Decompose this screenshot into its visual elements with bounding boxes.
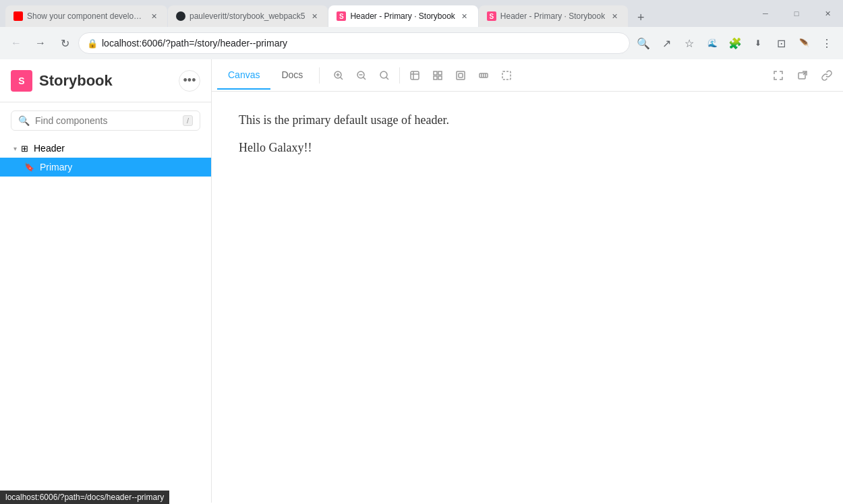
- sidebar: S Storybook ••• 🔍 / ▾ ⊞ Header 🔖 Primary: [0, 59, 212, 503]
- tab-docs[interactable]: Docs: [270, 61, 314, 90]
- toolbar-divider: [319, 67, 320, 84]
- tab-close-4[interactable]: ✕: [609, 11, 620, 22]
- maximize-button[interactable]: □: [781, 4, 812, 23]
- bookmark-icon: 🔖: [24, 162, 34, 172]
- close-button[interactable]: ✕: [812, 4, 843, 23]
- canvas-tabs: Canvas Docs: [217, 61, 314, 90]
- search-icon: 🔍: [18, 115, 30, 126]
- sidebar-nav: ▾ ⊞ Header 🔖 Primary: [0, 139, 211, 503]
- outline-icon[interactable]: [450, 65, 471, 86]
- tab-canvas[interactable]: Canvas: [217, 61, 270, 90]
- tab-title-3: Header - Primary · Storybook: [350, 11, 455, 21]
- tab-bar: Show your component developm... ✕ paulev…: [5, 5, 650, 27]
- forward-button[interactable]: →: [30, 32, 51, 54]
- tab-close-2[interactable]: ✕: [309, 11, 320, 22]
- svg-line-5: [364, 77, 366, 80]
- fullscreen-icon[interactable]: [767, 65, 789, 86]
- browser-tab-4[interactable]: S Header - Primary · Storybook ✕: [479, 5, 628, 27]
- sidebar-item-primary-label: Primary: [40, 162, 72, 172]
- open-canvas-icon[interactable]: [792, 65, 813, 86]
- status-bar: localhost:6006/?path=/docs/header--prima…: [0, 491, 169, 504]
- sidebar-toggle[interactable]: ⊡: [770, 32, 792, 54]
- more-options-button[interactable]: •••: [179, 70, 200, 92]
- extensions-button[interactable]: 🧩: [724, 32, 746, 54]
- share-button[interactable]: ↗: [656, 32, 677, 54]
- tab-favicon-2: [176, 11, 185, 21]
- sidebar-header: S Storybook •••: [0, 59, 211, 102]
- status-url: localhost:6006/?path=/docs/header--prima…: [5, 493, 164, 502]
- search-shortcut: /: [183, 115, 193, 126]
- canvas-line-2: Hello Galaxy!!: [239, 141, 816, 155]
- sidebar-item-header[interactable]: ▾ ⊞ Header: [0, 139, 211, 158]
- svg-rect-11: [438, 71, 442, 75]
- reload-button[interactable]: ↻: [54, 32, 76, 54]
- sidebar-logo: S Storybook: [11, 70, 113, 92]
- svg-rect-9: [411, 71, 419, 80]
- storybook-logo-icon: S: [11, 70, 32, 92]
- zoom-reset-icon[interactable]: [374, 65, 395, 86]
- zoom-in-icon[interactable]: [328, 65, 349, 86]
- browser-tab-3[interactable]: S Header - Primary · Storybook ✕: [328, 5, 477, 27]
- search-bar[interactable]: 🔍 /: [11, 111, 200, 131]
- background-icon[interactable]: [404, 65, 426, 86]
- zoom-out-icon[interactable]: [351, 65, 372, 86]
- sidebar-item-header-label: Header: [34, 143, 65, 154]
- search-page-button[interactable]: 🔍: [633, 32, 654, 54]
- profile-button[interactable]: 🌊: [701, 32, 723, 54]
- nav-bar: ← → ↻ 🔒 localhost:6006/?path=/story/head…: [0, 27, 843, 59]
- toolbar-icons: [328, 65, 517, 86]
- browser-tab-1[interactable]: Show your component developm... ✕: [5, 5, 167, 27]
- browser-tab-2[interactable]: pauleveritt/storybook_webpack5 ✕: [168, 5, 328, 27]
- tab-title-1: Show your component developm...: [27, 11, 144, 21]
- tab-title-4: Header - Primary · Storybook: [500, 11, 605, 21]
- tab-close-3[interactable]: ✕: [459, 11, 470, 22]
- search-input[interactable]: [35, 115, 177, 126]
- browser-chrome: ─ □ ✕ Show your component developm... ✕ …: [0, 0, 843, 59]
- storybook-logo-text: Storybook: [39, 72, 113, 90]
- canvas-line-1: This is the primary default usage of hea…: [239, 113, 816, 127]
- lock-icon: 🔒: [87, 38, 98, 49]
- svg-line-1: [341, 77, 343, 80]
- downloads-button[interactable]: ⬇: [747, 32, 769, 54]
- main-layout: S Storybook ••• 🔍 / ▾ ⊞ Header 🔖 Primary: [0, 59, 843, 503]
- tab-close-1[interactable]: ✕: [148, 11, 159, 22]
- tab-favicon-1: [13, 11, 23, 21]
- new-tab-button[interactable]: +: [631, 8, 650, 27]
- select-icon[interactable]: [496, 65, 517, 86]
- canvas-content: This is the primary default usage of hea…: [212, 92, 843, 503]
- tab-favicon-4: S: [487, 11, 496, 21]
- toolbar-right-icons: [767, 65, 838, 86]
- nav-right-buttons: 🔍 ↗ ☆ 🌊 🧩 ⬇ ⊡ 🪶 ⋮: [633, 32, 838, 54]
- copy-link-icon[interactable]: [816, 65, 838, 86]
- tab-favicon-3: S: [337, 11, 346, 21]
- canvas-area: Canvas Docs: [212, 59, 843, 503]
- url-text: localhost:6006/?path=/story/header--prim…: [102, 38, 621, 49]
- back-button[interactable]: ←: [5, 32, 27, 54]
- svg-rect-14: [457, 71, 465, 80]
- tab-title-2: pauleveritt/storybook_webpack5: [190, 11, 305, 21]
- chevron-icon: ▾: [13, 145, 17, 152]
- svg-rect-15: [459, 73, 463, 77]
- sidebar-item-primary[interactable]: 🔖 Primary: [0, 158, 211, 177]
- bookmark-button[interactable]: ☆: [678, 32, 700, 54]
- menu-button[interactable]: ⋮: [816, 32, 838, 54]
- minimize-button[interactable]: ─: [750, 4, 781, 23]
- toolbar-divider-2: [399, 67, 400, 84]
- svg-line-8: [386, 77, 389, 80]
- canvas-toolbar: Canvas Docs: [212, 59, 843, 92]
- component-icon: ⊞: [21, 144, 28, 154]
- svg-rect-20: [502, 71, 511, 80]
- svg-rect-12: [434, 76, 437, 80]
- svg-rect-13: [438, 76, 442, 80]
- extra-button[interactable]: 🪶: [793, 32, 815, 54]
- url-bar[interactable]: 🔒 localhost:6006/?path=/story/header--pr…: [78, 32, 630, 54]
- svg-rect-10: [434, 71, 437, 75]
- grid-icon[interactable]: [427, 65, 448, 86]
- window-controls[interactable]: ─ □ ✕: [750, 4, 843, 23]
- measure-icon[interactable]: [473, 65, 494, 86]
